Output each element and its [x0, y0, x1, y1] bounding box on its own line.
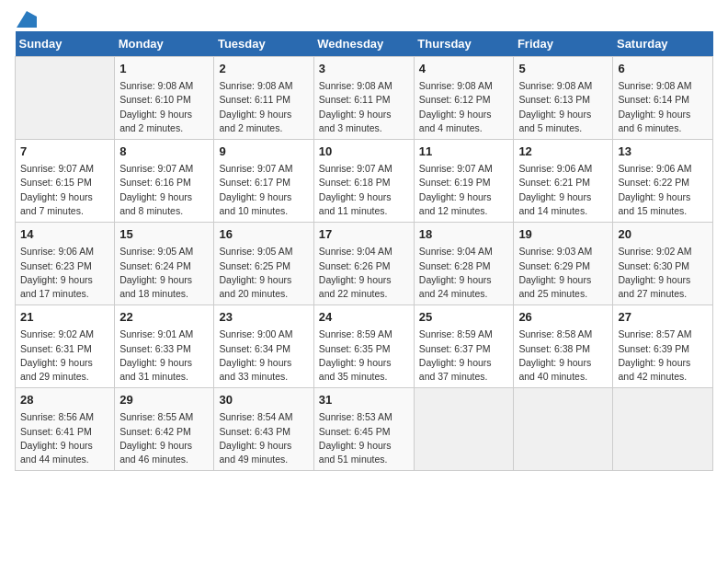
sunset-text: Sunset: 6:16 PM [119, 176, 209, 190]
day-info: Sunrise: 9:05 AMSunset: 6:24 PMDaylight:… [119, 245, 209, 301]
day-number: 8 [119, 144, 209, 160]
sunrise-text: Sunrise: 9:02 AM [618, 245, 708, 259]
sunset-text: Sunset: 6:24 PM [119, 259, 209, 273]
daylight-text: Daylight: 9 hours and 6 minutes. [618, 108, 708, 135]
weekday-header: Monday [115, 31, 214, 57]
calendar-table: SundayMondayTuesdayWednesdayThursdayFrid… [15, 31, 713, 471]
calendar-week-row: 1Sunrise: 9:08 AMSunset: 6:10 PMDaylight… [16, 57, 713, 140]
day-number: 17 [319, 226, 409, 243]
day-info: Sunrise: 9:06 AMSunset: 6:21 PMDaylight:… [518, 162, 608, 218]
day-number: 13 [618, 144, 708, 160]
sunrise-text: Sunrise: 9:08 AM [319, 79, 409, 93]
calendar-cell: 1Sunrise: 9:08 AMSunset: 6:10 PMDaylight… [115, 57, 214, 140]
day-info: Sunrise: 9:01 AMSunset: 6:33 PMDaylight:… [119, 327, 209, 384]
day-info: Sunrise: 9:08 AMSunset: 6:14 PMDaylight:… [618, 79, 708, 135]
weekday-header: Sunday [16, 31, 115, 57]
sunrise-text: Sunrise: 8:58 AM [518, 327, 608, 341]
daylight-text: Daylight: 9 hours and 3 minutes. [319, 108, 409, 135]
day-number: 3 [319, 61, 409, 77]
daylight-text: Daylight: 9 hours and 25 minutes. [518, 273, 608, 301]
day-number: 29 [119, 392, 209, 408]
calendar-cell: 30Sunrise: 8:54 AMSunset: 6:43 PMDayligh… [214, 388, 313, 471]
sunset-text: Sunset: 6:23 PM [20, 259, 109, 273]
sunset-text: Sunset: 6:45 PM [319, 425, 409, 439]
sunset-text: Sunset: 6:42 PM [119, 425, 209, 439]
weekday-header: Tuesday [214, 31, 313, 57]
sunrise-text: Sunrise: 9:08 AM [419, 79, 509, 93]
day-info: Sunrise: 9:02 AMSunset: 6:30 PMDaylight:… [618, 245, 708, 301]
daylight-text: Daylight: 9 hours and 10 minutes. [219, 190, 308, 218]
calendar-cell: 2Sunrise: 9:08 AMSunset: 6:11 PMDaylight… [214, 57, 313, 140]
daylight-text: Daylight: 9 hours and 22 minutes. [319, 273, 409, 301]
calendar-cell: 23Sunrise: 9:00 AMSunset: 6:34 PMDayligh… [214, 305, 313, 388]
sunset-text: Sunset: 6:10 PM [119, 93, 209, 107]
day-info: Sunrise: 8:56 AMSunset: 6:41 PMDaylight:… [20, 410, 109, 466]
sunrise-text: Sunrise: 9:08 AM [518, 79, 608, 93]
sunrise-text: Sunrise: 9:02 AM [20, 327, 109, 341]
sunset-text: Sunset: 6:18 PM [319, 176, 409, 190]
calendar-cell: 28Sunrise: 8:56 AMSunset: 6:41 PMDayligh… [16, 388, 115, 471]
sunrise-text: Sunrise: 9:03 AM [518, 245, 608, 259]
day-info: Sunrise: 9:07 AMSunset: 6:15 PMDaylight:… [20, 162, 109, 218]
day-info: Sunrise: 9:00 AMSunset: 6:34 PMDaylight:… [219, 327, 308, 384]
daylight-text: Daylight: 9 hours and 37 minutes. [419, 356, 509, 384]
day-number: 18 [419, 226, 509, 243]
calendar-week-row: 21Sunrise: 9:02 AMSunset: 6:31 PMDayligh… [16, 305, 713, 388]
day-number: 19 [518, 226, 608, 243]
calendar-cell: 22Sunrise: 9:01 AMSunset: 6:33 PMDayligh… [115, 305, 214, 388]
day-info: Sunrise: 9:05 AMSunset: 6:25 PMDaylight:… [219, 245, 308, 301]
sunset-text: Sunset: 6:11 PM [319, 93, 409, 107]
day-number: 28 [20, 392, 109, 408]
day-number: 7 [20, 144, 109, 160]
sunset-text: Sunset: 6:21 PM [518, 176, 608, 190]
day-info: Sunrise: 8:54 AMSunset: 6:43 PMDaylight:… [219, 410, 308, 466]
day-info: Sunrise: 9:02 AMSunset: 6:31 PMDaylight:… [20, 327, 109, 384]
sunrise-text: Sunrise: 9:07 AM [319, 162, 409, 176]
sunrise-text: Sunrise: 9:04 AM [319, 245, 409, 259]
day-info: Sunrise: 9:08 AMSunset: 6:10 PMDaylight:… [119, 79, 209, 135]
sunset-text: Sunset: 6:15 PM [20, 176, 109, 190]
day-number: 20 [618, 226, 708, 243]
sunrise-text: Sunrise: 9:07 AM [219, 162, 308, 176]
calendar-cell: 19Sunrise: 9:03 AMSunset: 6:29 PMDayligh… [514, 223, 613, 305]
day-number: 14 [20, 226, 109, 243]
day-number: 30 [219, 392, 308, 408]
sunset-text: Sunset: 6:38 PM [518, 342, 608, 356]
calendar-cell: 4Sunrise: 9:08 AMSunset: 6:12 PMDaylight… [414, 57, 514, 140]
sunset-text: Sunset: 6:43 PM [219, 425, 308, 439]
sunset-text: Sunset: 6:22 PM [618, 176, 708, 190]
calendar-cell: 18Sunrise: 9:04 AMSunset: 6:28 PMDayligh… [414, 223, 514, 305]
calendar-cell: 14Sunrise: 9:06 AMSunset: 6:23 PMDayligh… [16, 223, 115, 305]
sunset-text: Sunset: 6:19 PM [419, 176, 509, 190]
sunrise-text: Sunrise: 8:54 AM [219, 410, 308, 424]
sunset-text: Sunset: 6:30 PM [618, 259, 708, 273]
day-info: Sunrise: 9:04 AMSunset: 6:28 PMDaylight:… [419, 245, 509, 301]
day-number: 5 [518, 61, 608, 77]
calendar-cell [414, 388, 514, 471]
day-info: Sunrise: 8:57 AMSunset: 6:39 PMDaylight:… [618, 327, 708, 384]
calendar-cell [16, 57, 115, 140]
calendar-cell: 25Sunrise: 8:59 AMSunset: 6:37 PMDayligh… [414, 305, 514, 388]
calendar-cell: 6Sunrise: 9:08 AMSunset: 6:14 PMDaylight… [613, 57, 713, 140]
daylight-text: Daylight: 9 hours and 17 minutes. [20, 273, 109, 301]
calendar-cell: 31Sunrise: 8:53 AMSunset: 6:45 PMDayligh… [313, 388, 414, 471]
day-number: 24 [319, 309, 409, 326]
calendar-cell: 10Sunrise: 9:07 AMSunset: 6:18 PMDayligh… [313, 140, 414, 223]
logo-icon [17, 11, 37, 28]
sunrise-text: Sunrise: 8:59 AM [319, 327, 409, 341]
sunset-text: Sunset: 6:14 PM [618, 93, 708, 107]
day-number: 21 [20, 309, 109, 326]
daylight-text: Daylight: 9 hours and 15 minutes. [618, 190, 708, 218]
daylight-text: Daylight: 9 hours and 14 minutes. [518, 190, 608, 218]
daylight-text: Daylight: 9 hours and 12 minutes. [419, 190, 509, 218]
calendar-cell: 21Sunrise: 9:02 AMSunset: 6:31 PMDayligh… [16, 305, 115, 388]
weekday-header: Thursday [414, 31, 514, 57]
day-info: Sunrise: 8:59 AMSunset: 6:37 PMDaylight:… [419, 327, 509, 384]
calendar-cell [613, 388, 713, 471]
calendar-cell: 9Sunrise: 9:07 AMSunset: 6:17 PMDaylight… [214, 140, 313, 223]
sunset-text: Sunset: 6:26 PM [319, 259, 409, 273]
day-info: Sunrise: 9:07 AMSunset: 6:17 PMDaylight:… [219, 162, 308, 218]
daylight-text: Daylight: 9 hours and 51 minutes. [319, 439, 409, 466]
sunset-text: Sunset: 6:12 PM [419, 93, 509, 107]
day-number: 1 [119, 61, 209, 77]
